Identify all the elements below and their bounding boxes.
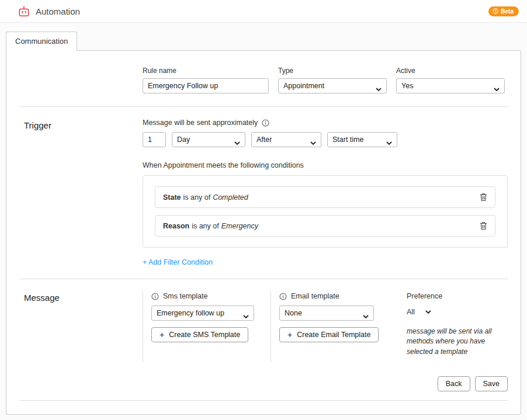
preference-column: Preference All message will be sent via … <box>398 291 508 362</box>
chevron-down-icon <box>310 138 316 147</box>
direction-select-value: After <box>256 136 272 144</box>
email-template-column: Email template None + Create Email Templ… <box>271 291 398 362</box>
condition-field: Reason <box>163 222 189 230</box>
rule-name-label: Rule name <box>143 67 269 75</box>
info-icon <box>151 293 159 300</box>
condition-operator: is any of <box>192 222 219 230</box>
back-button[interactable]: Back <box>438 376 470 391</box>
save-button[interactable]: Save <box>475 376 508 391</box>
preference-select-value: All <box>407 308 415 316</box>
plus-icon: + <box>287 330 292 339</box>
email-template-select[interactable]: None <box>279 306 374 321</box>
rule-name-input[interactable] <box>143 78 269 93</box>
email-template-label: Email template <box>291 292 339 300</box>
type-select-value: Appointment <box>283 82 324 90</box>
active-select[interactable]: Yes <box>396 78 505 93</box>
trigger-timing-controls: Day After Start time <box>143 132 508 147</box>
tab-communication[interactable]: Communication <box>6 32 77 51</box>
trash-icon[interactable] <box>480 193 487 202</box>
sms-template-select-value: Emergency follow up <box>157 309 224 317</box>
message-section-title: Message <box>24 291 143 362</box>
chevron-down-icon <box>425 310 431 314</box>
unit-select-value: Day <box>177 136 190 144</box>
preference-select[interactable]: All <box>407 308 431 316</box>
info-icon <box>279 293 287 300</box>
type-label: Type <box>278 67 387 75</box>
page-title: Automation <box>36 6 80 16</box>
chevron-down-icon <box>494 85 500 93</box>
preference-note: message will be sent via all methods whe… <box>407 327 495 357</box>
anchor-select[interactable]: Start time <box>327 132 397 147</box>
create-sms-template-button[interactable]: + Create SMS Template <box>151 327 248 342</box>
beta-badge: Beta <box>488 6 519 16</box>
trash-icon[interactable] <box>480 221 487 230</box>
unit-select[interactable]: Day <box>172 132 245 147</box>
chevron-down-icon <box>234 138 240 147</box>
robot-icon <box>18 6 30 17</box>
clock-icon <box>493 8 498 14</box>
amount-input[interactable] <box>143 132 166 147</box>
condition-operator: is any of <box>183 193 211 202</box>
footer-actions: Back Save <box>6 374 521 400</box>
info-icon <box>262 119 269 127</box>
chevron-down-icon <box>376 85 382 93</box>
active-select-value: Yes <box>401 82 413 90</box>
create-sms-template-label: Create SMS Template <box>169 331 240 339</box>
trigger-section: Trigger Message will be sent approximate… <box>6 107 521 279</box>
message-section: Message Sms template Emergency follow up <box>6 279 521 374</box>
conditions-heading: When Appointment meets the following con… <box>143 161 508 169</box>
chevron-down-icon <box>363 312 369 320</box>
chevron-down-icon <box>243 312 249 320</box>
sms-template-label: Sms template <box>163 292 207 300</box>
direction-select[interactable]: After <box>251 132 321 147</box>
rule-settings-row: Rule name Type Appointment Active Yes <box>6 51 521 106</box>
tab-bar: Communication <box>6 32 521 50</box>
add-filter-condition-link[interactable]: + Add Filter Condition <box>143 258 213 266</box>
main-panel: Rule name Type Appointment Active Yes <box>6 50 521 415</box>
sms-template-select[interactable]: Emergency follow up <box>151 306 254 321</box>
trigger-section-title: Trigger <box>24 119 143 267</box>
create-email-template-label: Create Email Template <box>297 331 370 339</box>
create-email-template-button[interactable]: + Create Email Template <box>279 327 379 342</box>
condition-row: State is any of Completed <box>155 186 495 208</box>
chevron-down-icon <box>386 138 392 147</box>
app-header: Automation Beta <box>0 0 527 23</box>
divider <box>19 400 508 401</box>
condition-field: State <box>163 193 181 202</box>
email-template-select-value: None <box>285 309 302 317</box>
approx-label: Message will be sent approximately <box>143 119 258 127</box>
type-select[interactable]: Appointment <box>278 78 387 93</box>
beta-label: Beta <box>501 8 514 15</box>
preference-label: Preference <box>407 292 442 300</box>
conditions-box: State is any of Completed Reason is any … <box>143 175 508 248</box>
anchor-select-value: Start time <box>332 136 364 144</box>
sms-template-column: Sms template Emergency follow up + Creat… <box>143 291 271 362</box>
plus-icon: + <box>160 330 164 339</box>
active-label: Active <box>396 67 505 75</box>
condition-value: Emergency <box>221 222 258 230</box>
condition-row: Reason is any of Emergency <box>155 215 495 237</box>
condition-value: Completed <box>213 193 248 202</box>
